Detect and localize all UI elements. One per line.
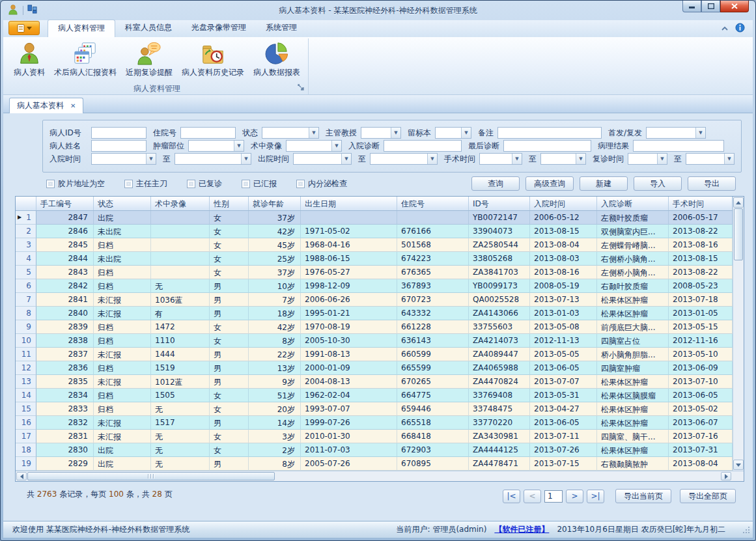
admission-date-from-combo[interactable]: ▼ [91,153,156,165]
table-row[interactable]: 32845归档女45岁1968-04-16501568ZA25805442013… [16,238,733,252]
table-row[interactable]: 92839归档1472女42岁1970-08-19661228337556032… [16,320,733,334]
next-page-button[interactable]: > [566,490,583,503]
help-info-icon[interactable] [735,23,745,35]
close-button[interactable] [720,1,749,12]
discharge-date-to-combo[interactable]: ▼ [370,153,438,165]
dialog-launcher-icon[interactable] [298,83,304,92]
grid-column-header-status[interactable]: 状态 [94,197,151,210]
ribbon-tab-staff-info[interactable]: 科室人员信息 [115,20,182,37]
followup-date-from-combo[interactable]: ▼ [628,153,667,165]
tumor-site-combo[interactable]: ▼ [188,140,244,152]
layout-grid-icon[interactable] [27,5,37,16]
chief-professor-combo[interactable]: ▼ [361,127,401,139]
query-button[interactable]: 查询 [471,176,520,191]
specimen-kept-combo[interactable]: ▼ [435,127,471,139]
import-button[interactable]: 导入 [634,176,682,191]
grid-column-header-surgery-date[interactable]: 手术时间 [669,197,733,210]
grid-column-header-intraop-video[interactable]: 术中录像 [151,197,210,210]
maximize-button[interactable] [701,1,720,12]
prev-page-button[interactable]: < [524,490,541,503]
patient-name-input[interactable] [91,140,147,152]
table-row[interactable]: 102838归档1110女8岁2005-10-30636143ZA4214073… [16,334,733,348]
checkbox-followed-up[interactable]: 已复诊 [187,178,222,189]
table-row[interactable]: 82840未汇报有男18岁1995-01-21643332ZA414306620… [16,307,733,320]
horizontal-scrollbar[interactable] [16,471,744,481]
checkbox-chief-surgeon[interactable]: 主任主刀 [124,178,167,189]
table-row[interactable]: 182830出院无女2岁2011-07-03672903ZA4444125201… [16,443,733,457]
scroll-left-icon[interactable] [16,472,27,480]
tab-close-icon[interactable]: ✕ [70,102,76,109]
export-current-page-button[interactable]: 导出当前页 [615,489,671,503]
export-button[interactable]: 导出 [688,176,736,191]
status-combo[interactable]: ▼ [262,127,319,139]
ribbon-button-history-records[interactable]: 病人资料历史记录 [177,40,249,80]
inpatient-no-input[interactable] [180,127,236,139]
ribbon-tab-disc-video[interactable]: 光盘录像带管理 [182,20,256,37]
table-row[interactable]: 132835未汇报1012蓝男9岁2004-08-13670265ZA44708… [16,375,733,389]
search-field-specimen-kept: 留标本▼ [408,127,471,139]
cell-manual-no: 2830 [36,443,94,457]
export-all-pages-button[interactable]: 导出全部页 [680,489,736,503]
checkbox-endocrine-exam[interactable]: 内分泌检查 [296,178,347,189]
app-person-icon[interactable] [7,4,19,18]
software-registered-link[interactable]: 【软件已注册】 [494,524,549,535]
table-row[interactable]: 192829出院无男8岁2005-07-26670895ZA4478471201… [16,457,733,471]
horizontal-scroll-thumb[interactable] [27,472,275,480]
table-row[interactable]: 112837未汇报1444男22岁1991-08-13660599ZA40894… [16,348,733,361]
pathology-result-input[interactable] [633,140,724,152]
ribbon-button-followup-reminder[interactable]: 近期复诊提醒 [121,40,177,80]
grid-column-header-inpatient-no[interactable]: 住院号 [397,197,469,210]
grid-column-header-birth-date[interactable]: 出生日期 [301,197,397,210]
table-row[interactable]: 152833归档无女20岁1993-07-0765944633748475201… [16,402,733,416]
final-diagnosis-input[interactable] [503,140,591,152]
table-row[interactable]: 122836归档1519男13岁2000-01-09665599ZA406598… [16,361,733,375]
application-menu-button[interactable] [8,21,40,35]
checkbox-reported[interactable]: 已汇报 [242,178,277,189]
advanced-query-button[interactable]: 高级查询 [525,176,574,191]
table-row[interactable]: 72841未汇报1036蓝男7岁2006-06-26670723QA002552… [16,293,733,307]
grid-column-header-id-no[interactable]: ID号 [469,197,530,210]
scroll-down-icon[interactable] [733,460,744,470]
surgery-date-to-combo[interactable]: ▼ [540,153,586,165]
remarks-input[interactable] [497,127,602,139]
ribbon-collapse-icon[interactable] [721,24,729,33]
table-row[interactable]: 62842归档无男10岁1998-12-09367893YB0099173200… [16,279,733,293]
admission-diagnosis-input[interactable] [384,140,462,152]
minimize-button[interactable] [682,1,701,12]
page-input[interactable] [544,490,563,503]
scroll-right-icon[interactable] [721,472,731,480]
patient-id-input[interactable] [91,127,147,139]
grid-column-header-manual-no[interactable]: 手工编号 [36,197,94,210]
vertical-scroll-thumb[interactable] [734,208,743,260]
discharge-date-from-combo[interactable]: ▼ [293,153,352,165]
ribbon-tab-system[interactable]: 系统管理 [256,20,307,37]
grid-column-header-admission-date[interactable]: 入院时间 [530,197,597,210]
ribbon-button-postop-report[interactable]: 术后病人汇报资料 [49,40,121,80]
admission-date-to-combo[interactable]: ▼ [175,153,251,165]
grid-column-header-admission-diagnosis[interactable]: 入院诊断 [597,197,669,210]
resize-grip[interactable] [743,526,750,535]
followup-date-to-combo[interactable]: ▼ [686,153,735,165]
ribbon-tab-patient-data[interactable]: 病人资料管理 [48,20,115,37]
first-or-recurrence-combo[interactable]: ▼ [646,127,706,139]
first-page-button[interactable]: |< [503,490,520,503]
new-button[interactable]: 新建 [580,176,628,191]
table-row[interactable]: ▶12847出院女37岁YB00721472006-05-12左额叶胶质瘤200… [16,211,733,225]
vertical-scrollbar[interactable] [733,197,744,471]
ribbon-button-data-report[interactable]: 病人数据报表 [249,40,305,80]
table-row[interactable]: 162832未汇报1517男14岁1999-07-266655183377022… [16,416,733,430]
table-row[interactable]: 142834归档1505女51岁1962-02-0466477533769408… [16,389,733,402]
table-row[interactable]: 172831未汇报无女3岁2010-01-30668418ZA343098120… [16,430,733,443]
last-page-button[interactable]: >| [587,490,604,503]
table-row[interactable]: 42844未出院女25岁1988-06-15674223338052682013… [16,252,733,266]
scroll-up-icon[interactable] [733,197,744,208]
tab-patient-basic-info[interactable]: 病人基本资料 ✕ [9,98,83,113]
grid-column-header-age-at-visit[interactable]: 就诊年龄 [249,197,301,210]
intraop-video-combo[interactable]: ▼ [286,140,342,152]
table-row[interactable]: 22846未出院女42岁1971-05-02676166339040732013… [16,225,733,238]
grid-column-header-gender[interactable]: 性别 [210,197,249,210]
checkbox-film-address-empty[interactable]: 胶片地址为空 [46,178,105,189]
table-row[interactable]: 52843归档女37岁1976-05-27676365ZA38417032013… [16,266,733,279]
surgery-date-from-combo[interactable]: ▼ [479,153,522,165]
ribbon-button-patient-data[interactable]: 病人资料 [9,40,49,80]
